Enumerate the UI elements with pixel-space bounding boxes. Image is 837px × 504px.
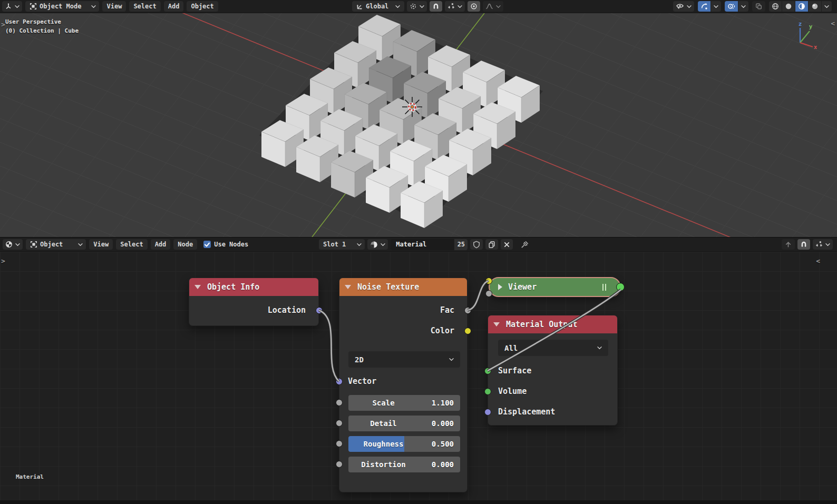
editor-type-button[interactable]: [3, 239, 23, 250]
slider-scale[interactable]: Scale 1.100: [348, 395, 460, 411]
viewport-canvas: [0, 13, 837, 237]
menu-object[interactable]: Object: [187, 1, 218, 12]
sidebar-toggle-chevron[interactable]: <: [831, 19, 835, 27]
slider-value: 0.500: [412, 440, 454, 448]
gizmos-toggle[interactable]: [698, 1, 711, 12]
menu-select[interactable]: Select: [129, 1, 160, 12]
shading-rendered-button[interactable]: [809, 1, 821, 12]
snap-toggle[interactable]: [430, 1, 442, 12]
overlays-toggle[interactable]: [725, 1, 738, 12]
node-viewer[interactable]: Viewer: [489, 277, 621, 297]
menu-view[interactable]: View: [89, 239, 113, 250]
overlays-dropdown[interactable]: [738, 1, 748, 12]
slider-roughness[interactable]: Roughness 0.500: [348, 436, 460, 452]
chevron-down-icon: [91, 5, 96, 8]
node-editor-canvas[interactable]: Object Info Location Noise Texture Fac C…: [0, 252, 837, 500]
snap-mode-dropdown[interactable]: [813, 239, 833, 250]
menu-select[interactable]: Select: [116, 239, 147, 250]
socket-vector-input[interactable]: [336, 378, 343, 385]
node-tree-name-label: Material: [16, 473, 44, 480]
snap-mode-dropdown[interactable]: [445, 1, 465, 12]
socket-detail-input[interactable]: [336, 420, 343, 427]
viewport-header-bar: Object Mode View Select Add Object Globa…: [0, 0, 837, 13]
material-users-button[interactable]: 25: [454, 239, 468, 250]
output-target-dropdown[interactable]: All: [498, 340, 608, 356]
cursor-3d[interactable]: [402, 97, 422, 117]
toolbar-toggle-chevron[interactable]: >: [1, 257, 5, 265]
node-noise-texture[interactable]: Noise Texture Fac Color 2D Vector Scale …: [339, 278, 468, 492]
unlink-material-button[interactable]: [501, 239, 513, 250]
menu-add[interactable]: Add: [164, 1, 184, 12]
socket-viewer-input-1[interactable]: [485, 278, 492, 284]
duplicate-material-button[interactable]: [485, 239, 498, 250]
shading-dropdown[interactable]: [822, 1, 832, 12]
collapse-triangle-icon[interactable]: [345, 285, 351, 289]
chevron-down-icon: [381, 243, 385, 246]
socket-viewer-output[interactable]: [616, 283, 625, 291]
orientation-label: Global: [366, 3, 388, 10]
toolbar-toggle-chevron[interactable]: >: [1, 21, 5, 28]
fake-user-button[interactable]: [470, 239, 483, 250]
socket-scale-input[interactable]: [336, 399, 343, 406]
socket-displacement-input[interactable]: [484, 409, 491, 416]
slider-distortion[interactable]: Distortion 0.000: [348, 457, 460, 472]
node-material-output-header[interactable]: Material Output: [488, 315, 617, 333]
orientation-axes-icon: [356, 3, 363, 10]
expand-triangle-icon[interactable]: [498, 284, 502, 290]
browse-material-dropdown[interactable]: [367, 239, 388, 250]
socket-volume-input[interactable]: [484, 388, 491, 395]
slot-dropdown[interactable]: Slot 1: [319, 239, 365, 250]
gizmos-dropdown[interactable]: [711, 1, 721, 12]
material-name-field[interactable]: Material: [391, 239, 454, 250]
mode-dropdown[interactable]: Object Mode: [25, 1, 99, 12]
material-preview-icon: [370, 241, 378, 249]
proportional-falloff-dropdown[interactable]: [483, 1, 503, 12]
socket-fac-output[interactable]: [464, 307, 471, 314]
input-vector-label: Vector: [348, 377, 376, 386]
socket-surface-input[interactable]: [484, 368, 491, 374]
parent-node-tree-button[interactable]: [782, 239, 795, 250]
socket-roughness-input[interactable]: [336, 440, 343, 447]
shading-solid-button[interactable]: [782, 1, 795, 12]
socket-distortion-input[interactable]: [336, 461, 343, 468]
transform-orientation-dropdown[interactable]: Global: [352, 1, 404, 12]
pin-icon[interactable]: [520, 240, 529, 249]
collapse-triangle-icon[interactable]: [493, 322, 500, 327]
menu-node[interactable]: Node: [173, 239, 197, 250]
axes-gizmo[interactable]: z y x: [790, 22, 817, 51]
collapse-triangle-icon[interactable]: [194, 285, 201, 289]
sidebar-toggle-chevron[interactable]: <: [816, 257, 820, 265]
mode-label: Object Mode: [40, 3, 81, 10]
shading-material-button[interactable]: [795, 1, 808, 12]
snap-grid-icon: [815, 241, 823, 248]
viewport-3d[interactable]: User Perspective (0) Collection | Cube z…: [0, 13, 837, 237]
shader-editor-icon: [5, 241, 13, 248]
slider-detail[interactable]: Detail 0.000: [348, 416, 460, 431]
use-nodes-checkbox[interactable]: [203, 241, 211, 248]
xray-toggle[interactable]: [752, 1, 765, 12]
node-object-info-header[interactable]: Object Info: [189, 278, 318, 296]
snap-toggle[interactable]: [797, 239, 810, 250]
proportional-edit-toggle[interactable]: [468, 1, 480, 12]
pivot-point-dropdown[interactable]: [407, 1, 427, 12]
solid-sphere-icon: [785, 3, 792, 10]
view-perspective-label: User Perspective: [5, 18, 61, 25]
shading-wireframe-button[interactable]: [769, 1, 782, 12]
node-material-output[interactable]: Material Output All Surface Volume Displ…: [488, 315, 618, 426]
node-noise-texture-header[interactable]: Noise Texture: [339, 278, 467, 296]
input-volume-label: Volume: [498, 387, 527, 396]
copy-icon: [488, 241, 495, 249]
menu-add[interactable]: Add: [151, 239, 171, 250]
visibility-dropdown[interactable]: [673, 1, 694, 12]
shader-type-dropdown[interactable]: Object: [26, 239, 86, 250]
shading-mode-group: [769, 1, 832, 12]
socket-viewer-input-2[interactable]: [485, 290, 492, 297]
z-axis-label: z: [799, 22, 802, 27]
menu-view[interactable]: View: [102, 1, 126, 12]
noise-dimensions-dropdown[interactable]: 2D: [348, 351, 460, 368]
editor-type-button[interactable]: [2, 1, 22, 12]
socket-location-output[interactable]: [316, 307, 323, 314]
node-object-info[interactable]: Object Info Location: [189, 278, 319, 326]
socket-color-output[interactable]: [464, 328, 471, 334]
slider-label: Scale: [355, 399, 412, 407]
